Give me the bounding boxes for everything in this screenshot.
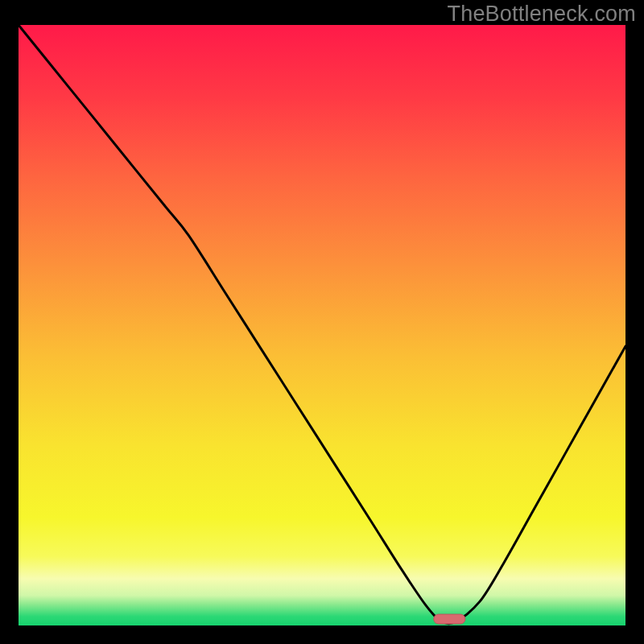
- chart-frame: TheBottleneck.com: [0, 0, 644, 644]
- watermark-text: TheBottleneck.com: [447, 2, 636, 27]
- plot-area: [19, 25, 625, 625]
- optimum-marker: [434, 614, 465, 624]
- bottleneck-chart: [19, 25, 625, 625]
- gradient-background: [19, 25, 625, 625]
